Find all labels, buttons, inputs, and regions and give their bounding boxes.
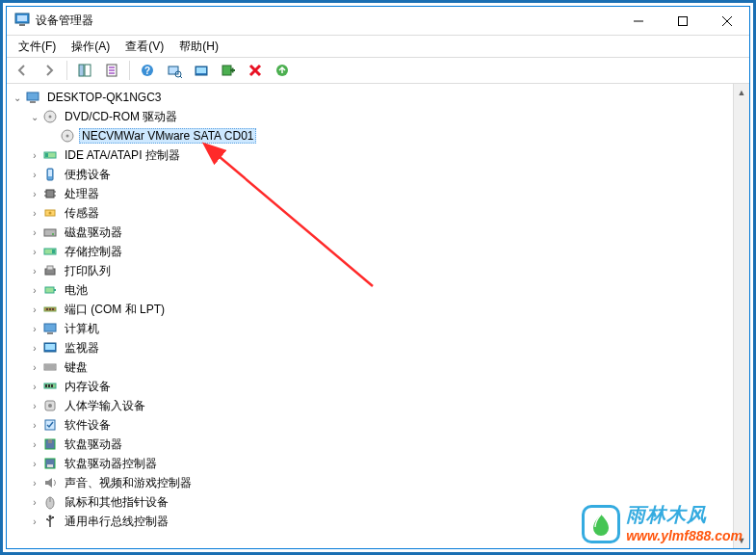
tree-category-6[interactable]: ›存储控制器 — [7, 242, 733, 261]
computer-icon — [41, 321, 59, 336]
expand-chevron-icon[interactable]: › — [28, 497, 41, 508]
tree-item-label: 计算机 — [62, 320, 102, 338]
menu-view[interactable]: 查看(V) — [117, 37, 171, 57]
tree-category-3[interactable]: ›处理器 — [7, 184, 733, 203]
svg-rect-20 — [222, 66, 231, 75]
expand-chevron-icon[interactable]: › — [28, 247, 41, 257]
svg-rect-45 — [45, 287, 54, 293]
back-button[interactable] — [11, 59, 34, 82]
tree-category-18[interactable]: ›声音、视频和游戏控制器 — [7, 473, 733, 492]
tree-category-2[interactable]: ›便携设备 — [7, 165, 733, 184]
expand-chevron-icon[interactable]: › — [28, 362, 41, 373]
scan-hardware-button[interactable] — [163, 59, 186, 82]
tree-category-17[interactable]: ›软盘驱动器控制器 — [7, 454, 733, 473]
tree-category-0[interactable]: ⌄DVD/CD-ROM 驱动器 — [7, 107, 733, 126]
tree-item-label: 监视器 — [62, 339, 102, 357]
menu-help[interactable]: 帮助(H) — [171, 37, 226, 57]
tree-category-13[interactable]: ›内存设备 — [7, 377, 733, 396]
svg-point-40 — [52, 233, 54, 235]
cpu-icon — [41, 186, 59, 201]
expand-chevron-icon[interactable]: › — [28, 266, 41, 277]
expand-chevron-icon[interactable]: › — [28, 189, 41, 199]
expand-chevron-icon[interactable]: › — [28, 324, 41, 334]
tree-item-label: DVD/CD-ROM 驱动器 — [62, 108, 180, 126]
tree-category-16[interactable]: ›软盘驱动器 — [7, 435, 733, 454]
tree-category-4[interactable]: ›传感器 — [7, 203, 733, 223]
expand-chevron-icon[interactable]: ⌄ — [28, 112, 41, 122]
floppy-icon — [41, 436, 59, 452]
tree-category-15[interactable]: ›软件设备 — [7, 415, 733, 435]
tree-root[interactable]: ⌄DESKTOP-QK1NGC3 — [7, 88, 733, 107]
menu-action[interactable]: 操作(A) — [64, 37, 117, 57]
enable-button[interactable] — [271, 59, 294, 82]
svg-rect-1 — [17, 15, 27, 21]
scroll-track[interactable] — [734, 100, 749, 532]
close-button[interactable] — [705, 7, 749, 36]
sound-icon — [41, 475, 59, 490]
svg-point-72 — [46, 518, 48, 520]
device-tree[interactable]: ⌄DESKTOP-QK1NGC3⌄DVD/CD-ROM 驱动器NECVMWar … — [7, 84, 733, 548]
expand-chevron-icon[interactable]: › — [28, 401, 41, 411]
watermark: 雨林木风 www.ylmf888.com — [582, 502, 743, 543]
expand-chevron-icon[interactable]: › — [28, 285, 41, 296]
portable-icon — [41, 167, 59, 182]
svg-line-17 — [180, 76, 182, 78]
expand-chevron-icon[interactable]: ⌄ — [11, 92, 24, 103]
show-hide-tree-button[interactable] — [73, 59, 96, 82]
svg-point-50 — [52, 308, 54, 310]
tree-device-0-0[interactable]: NECVMWar VMware SATA CD01 — [7, 126, 733, 145]
storage-icon — [41, 244, 59, 259]
tree-item-label: 通用串行总线控制器 — [62, 513, 171, 531]
tree-category-1[interactable]: ›IDE ATA/ATAPI 控制器 — [7, 145, 733, 165]
help-button[interactable]: ? — [136, 59, 159, 82]
add-legacy-button[interactable] — [217, 59, 240, 82]
maximize-button[interactable] — [661, 7, 705, 36]
tree-category-8[interactable]: ›电池 — [7, 280, 733, 300]
expand-chevron-icon[interactable]: › — [28, 382, 41, 392]
tree-category-14[interactable]: ›人体学输入设备 — [7, 396, 733, 415]
svg-rect-19 — [196, 67, 206, 73]
expand-chevron-icon[interactable]: › — [28, 150, 41, 161]
expand-chevron-icon[interactable]: › — [28, 439, 41, 450]
hid-icon — [41, 398, 59, 413]
svg-rect-15 — [169, 66, 178, 74]
mouse-icon — [41, 494, 59, 510]
vertical-scrollbar[interactable]: ▲ ▼ — [733, 84, 749, 548]
svg-point-38 — [49, 212, 52, 215]
update-driver-button[interactable] — [190, 59, 213, 82]
expand-chevron-icon[interactable]: › — [28, 478, 41, 489]
tree-category-7[interactable]: ›打印队列 — [7, 261, 733, 280]
minimize-button[interactable] — [616, 7, 661, 36]
svg-rect-73 — [52, 516, 54, 518]
watermark-logo-icon — [582, 505, 620, 543]
tree-category-9[interactable]: ›端口 (COM 和 LPT) — [7, 300, 733, 319]
expand-chevron-icon[interactable]: › — [28, 420, 41, 431]
properties-button[interactable] — [100, 59, 123, 82]
svg-rect-42 — [52, 250, 55, 253]
expand-chevron-icon[interactable]: › — [28, 343, 41, 354]
uninstall-button[interactable] — [244, 59, 267, 82]
menubar: 文件(F) 操作(A) 查看(V) 帮助(H) — [7, 36, 749, 57]
port-icon — [41, 302, 59, 317]
tree-item-label: 电池 — [62, 281, 91, 300]
svg-rect-55 — [44, 364, 56, 370]
svg-point-63 — [48, 404, 52, 408]
forward-button[interactable] — [38, 59, 61, 82]
usb-icon — [41, 514, 59, 529]
svg-rect-66 — [48, 439, 52, 443]
tree-item-label: 磁盘驱动器 — [62, 224, 125, 242]
expand-chevron-icon[interactable]: › — [28, 208, 41, 219]
tree-item-label: 便携设备 — [62, 166, 114, 184]
tree-category-10[interactable]: ›计算机 — [7, 319, 733, 338]
menu-file[interactable]: 文件(F) — [11, 37, 64, 57]
tree-category-12[interactable]: ›键盘 — [7, 357, 733, 377]
expand-chevron-icon[interactable]: › — [28, 516, 41, 527]
expand-chevron-icon[interactable]: › — [28, 227, 41, 238]
tree-category-11[interactable]: ›监视器 — [7, 338, 733, 357]
scroll-up-button[interactable]: ▲ — [734, 84, 749, 100]
expand-chevron-icon[interactable]: › — [28, 304, 41, 315]
expand-chevron-icon[interactable]: › — [28, 170, 41, 180]
battery-icon — [41, 282, 59, 298]
tree-category-5[interactable]: ›磁盘驱动器 — [7, 223, 733, 242]
expand-chevron-icon[interactable]: › — [28, 459, 41, 469]
